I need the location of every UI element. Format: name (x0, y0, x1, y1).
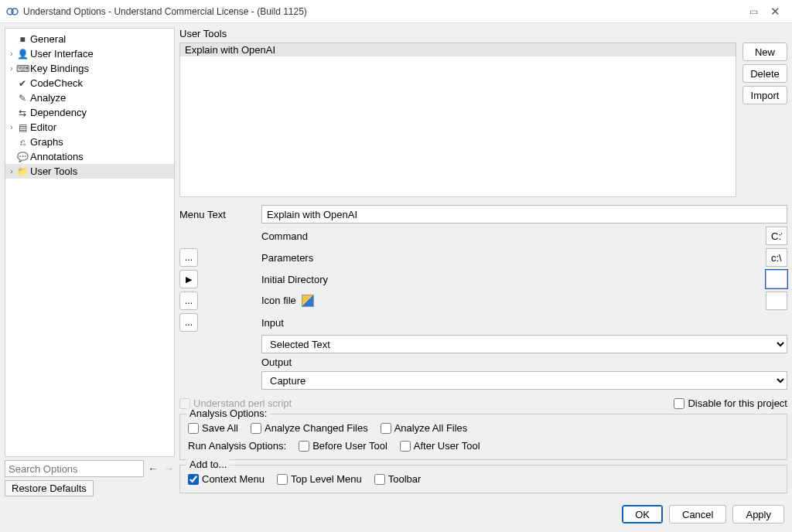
titlebar: Understand Options - Understand Commerci… (0, 0, 792, 23)
icon-file-browse-button[interactable]: ... (179, 313, 198, 332)
sidebar-item-dependency[interactable]: ⇆Dependency (5, 105, 174, 120)
tree-item-label: User Interface (30, 48, 94, 60)
input-label: Input (261, 317, 761, 329)
parameters-label: Parameters (261, 252, 761, 264)
initial-dir-field[interactable] (766, 270, 787, 288)
ok-button[interactable]: OK (622, 505, 663, 523)
list-item[interactable]: Explain with OpenAI (180, 43, 736, 56)
window-title: Understand Options - Understand Commerci… (23, 6, 742, 17)
tree-item-label: Analyze (30, 92, 66, 104)
toolbar-checkbox[interactable]: Toolbar (374, 473, 422, 485)
add-to-legend: Add to... (186, 459, 230, 470)
tree-item-label: Key Bindings (30, 63, 89, 74)
nav-forward-icon[interactable]: → (162, 462, 175, 475)
output-label: Output (261, 356, 761, 368)
sidebar-item-general[interactable]: ■General (5, 32, 174, 46)
initial-dir-label: Initial Directory (261, 274, 761, 285)
tree-item-icon: ✎ (16, 93, 29, 104)
expand-icon[interactable]: › (7, 49, 16, 58)
tree-item-icon: ▤ (16, 122, 29, 133)
output-select[interactable]: Capture (261, 371, 787, 390)
import-button[interactable]: Import (742, 86, 787, 104)
tree-item-icon: 💬 (16, 152, 29, 162)
analysis-options-group: Analysis Options: Save All Analyze Chang… (179, 414, 787, 460)
section-title: User Tools (179, 28, 787, 39)
command-label: Command (261, 230, 761, 242)
expand-icon[interactable]: › (7, 64, 16, 73)
expand-icon[interactable]: › (7, 123, 16, 131)
tree-item-icon: ⇆ (16, 107, 29, 118)
analyze-changed-checkbox[interactable]: Analyze Changed Files (251, 422, 368, 434)
tree-item-label: User Tools (30, 165, 77, 177)
sidebar: ■General›👤User Interface›⌨Key Bindings✔C… (5, 28, 175, 496)
run-analysis-label: Run Analysis Options: (188, 440, 286, 452)
user-tools-list[interactable]: Explain with OpenAI (179, 43, 736, 197)
menu-text-field[interactable] (261, 205, 787, 223)
new-button[interactable]: New (742, 43, 787, 61)
search-input[interactable] (5, 460, 144, 477)
dialog-footer: OK Cancel Apply (0, 501, 792, 527)
nav-back-icon[interactable]: ← (147, 462, 159, 475)
tree-item-icon: ■ (16, 34, 29, 45)
tree-item-label: Editor (30, 121, 56, 133)
tree-item-icon: 👤 (16, 49, 29, 60)
disable-project-checkbox[interactable]: Disable for this project (674, 397, 787, 409)
menu-text-label: Menu Text (179, 209, 257, 220)
svg-point-1 (12, 9, 18, 15)
after-tool-checkbox[interactable]: After User Tool (400, 440, 480, 452)
analysis-legend: Analysis Options: (186, 408, 270, 419)
cancel-button[interactable]: Cancel (669, 505, 726, 523)
input-select[interactable]: Selected Text (261, 335, 787, 353)
apply-button[interactable]: Apply (732, 505, 784, 523)
expand-icon[interactable]: › (7, 167, 16, 176)
tree-item-label: CodeCheck (30, 77, 83, 89)
command-browse-button[interactable]: ... (179, 248, 198, 267)
initial-dir-browse-button[interactable]: ... (179, 292, 198, 310)
tree-item-label: Graphs (30, 136, 63, 148)
icon-file-field[interactable] (766, 292, 787, 310)
tree-item-label: Annotations (30, 151, 84, 162)
sidebar-item-annotations[interactable]: 💬Annotations (5, 149, 174, 164)
parameters-expand-button[interactable]: ▶ (179, 270, 198, 288)
icon-file-label: Icon file (261, 295, 761, 308)
delete-button[interactable]: Delete (742, 64, 787, 83)
maximize-icon[interactable]: ▭ (742, 6, 764, 17)
close-icon[interactable]: ✕ (764, 5, 786, 19)
top-level-menu-checkbox[interactable]: Top Level Menu (277, 473, 362, 485)
context-menu-checkbox[interactable]: Context Menu (188, 473, 265, 485)
tree-item-icon: ✔ (16, 78, 29, 89)
tree-item-label: General (30, 33, 66, 45)
analyze-all-checkbox[interactable]: Analyze All Files (381, 422, 468, 434)
icon-preview-icon (302, 295, 314, 307)
tree-item-icon: ⎌ (16, 137, 29, 148)
tree-item-label: Dependency (30, 107, 87, 118)
save-all-checkbox[interactable]: Save All (188, 422, 238, 434)
sidebar-item-user-interface[interactable]: ›👤User Interface (5, 46, 174, 61)
tree-item-icon: 📁 (16, 166, 29, 177)
sidebar-item-codecheck[interactable]: ✔CodeCheck (5, 76, 174, 90)
sidebar-item-user-tools[interactable]: ›📁User Tools (5, 164, 174, 179)
options-tree[interactable]: ■General›👤User Interface›⌨Key Bindings✔C… (5, 28, 175, 457)
add-to-group: Add to... Context Menu Top Level Menu To… (179, 465, 787, 493)
command-field[interactable] (766, 227, 787, 245)
sidebar-item-editor[interactable]: ›▤Editor (5, 120, 174, 135)
restore-defaults-button[interactable]: Restore Defaults (5, 480, 94, 496)
sidebar-item-key-bindings[interactable]: ›⌨Key Bindings (5, 61, 174, 76)
app-icon (6, 5, 19, 18)
sidebar-item-graphs[interactable]: ⎌Graphs (5, 135, 174, 149)
sidebar-item-analyze[interactable]: ✎Analyze (5, 90, 174, 105)
parameters-field[interactable] (766, 248, 787, 267)
tree-item-icon: ⌨ (16, 63, 29, 74)
main-panel: User Tools Explain with OpenAI New Delet… (179, 28, 787, 496)
before-tool-checkbox[interactable]: Before User Tool (299, 440, 387, 452)
